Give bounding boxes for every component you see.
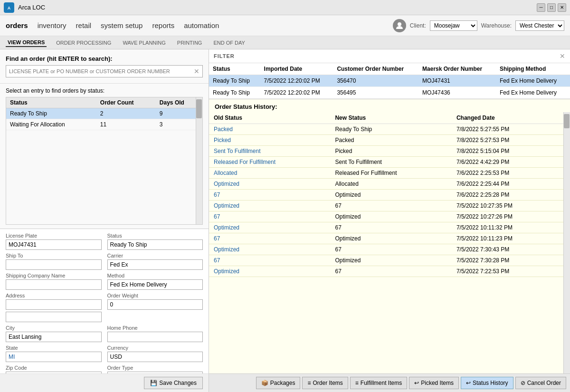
address-label: Address <box>6 293 102 298</box>
history-row: Allocated Released For Fulfillment 7/6/2… <box>209 168 563 179</box>
app-icon: A <box>4 2 14 13</box>
history-row: Optimized 67 7/5/2022 10:27:35 PM <box>209 201 563 211</box>
state-input[interactable] <box>6 352 102 362</box>
status-col-header: Status <box>6 97 96 108</box>
packages-button[interactable]: 📦 Packages <box>256 377 301 389</box>
fulfillment-items-button[interactable]: ≡ Fulfillment Items <box>350 377 407 389</box>
home-phone-field: Home Phone <box>107 325 203 342</box>
changed-date-cell: 7/5/2022 7:30:43 PM <box>452 244 563 255</box>
main-content: Find an order (hit ENTER to search): ✕ S… <box>0 49 570 392</box>
ship-to-label: Ship To <box>6 253 102 258</box>
nav-orders[interactable]: orders <box>6 21 28 29</box>
changed-date-cell: 7/8/2022 5:15:04 PM <box>452 146 563 157</box>
subnav-end-of-day[interactable]: END OF DAY <box>211 39 247 47</box>
history-row: 67 Optimized 7/5/2022 10:27:26 PM <box>209 211 563 222</box>
nav-inventory[interactable]: inventory <box>38 21 66 29</box>
picked-items-button[interactable]: ↩ Picked Items <box>409 377 459 389</box>
old-status-cell: Optimized <box>209 201 330 211</box>
maximize-button[interactable]: □ <box>547 3 556 12</box>
cancel-order-button[interactable]: ⊘ Cancel Order <box>515 377 566 389</box>
address-field: Address <box>6 293 102 322</box>
table-row[interactable]: Ready To Ship 2 9 <box>6 108 202 119</box>
carrier-input[interactable] <box>107 259 203 270</box>
address2-input[interactable] <box>6 312 102 322</box>
right-panel: FILTER ✕ Status Imported Date Customer O… <box>209 49 570 392</box>
status-input[interactable] <box>107 239 203 250</box>
new-status-cell: Sent To Fulfillment <box>330 157 451 168</box>
history-section: Order Status History: Old Status New Sta… <box>209 99 570 373</box>
city-field: City <box>6 325 102 342</box>
filter-row[interactable]: Ready To Ship 7/5/2022 12:20:02 PM 35649… <box>209 87 570 99</box>
new-status-header: New Status <box>330 112 451 124</box>
user-avatar[interactable] <box>393 19 406 32</box>
license-plate-label: License Plate <box>6 233 102 239</box>
old-status-cell: Picked <box>209 135 330 146</box>
history-row: Packed Ready To Ship 7/8/2022 5:27:55 PM <box>209 124 563 135</box>
zip-label: Zip Code <box>6 365 102 371</box>
picked-items-icon: ↩ <box>414 380 419 386</box>
license-plate-input[interactable] <box>6 239 102 250</box>
subnav-wave-planning[interactable]: WAVE PLANNING <box>121 39 167 47</box>
shipping-company-label: Shipping Company Name <box>6 273 102 278</box>
currency-field: Currency <box>107 345 203 362</box>
old-status-header: Old Status <box>209 112 330 124</box>
count-cell: 11 <box>96 119 156 130</box>
status-section: Select an entry to find orders by status… <box>0 84 209 229</box>
order-weight-input[interactable] <box>107 299 203 310</box>
minimize-button[interactable]: ─ <box>537 3 545 12</box>
new-status-cell: Picked <box>330 146 451 157</box>
new-status-cell: Allocated <box>330 179 451 190</box>
order-items-button[interactable]: ≡ Order Items <box>302 377 348 389</box>
order-type-field: Order Type <box>107 365 203 374</box>
packages-icon: 📦 <box>261 380 268 386</box>
subnav-view-orders[interactable]: VIEW ORDERS <box>6 38 47 47</box>
city-label: City <box>6 325 102 331</box>
currency-input[interactable] <box>107 352 203 362</box>
status-table-wrapper: Status Order Count Days Old Ready To Shi… <box>6 97 203 225</box>
new-status-cell: 67 <box>330 201 451 211</box>
shipping-company-input[interactable] <box>6 279 102 290</box>
order-items-label: Order Items <box>313 380 342 386</box>
search-clear-icon[interactable]: ✕ <box>194 67 200 75</box>
old-status-cell: Optimized <box>209 244 330 255</box>
table-row[interactable]: Waiting For Allocation 11 3 <box>6 119 202 130</box>
cancel-order-icon: ⊘ <box>521 380 525 386</box>
changed-date-cell: 7/5/2022 7:22:53 PM <box>452 266 563 277</box>
ship-to-field: Ship To <box>6 253 102 270</box>
nav-automation[interactable]: automation <box>184 21 219 29</box>
filter-customer-cell: 356470 <box>333 75 418 87</box>
ship-to-input[interactable] <box>6 259 102 270</box>
history-row: Released For Fulfillment Sent To Fulfill… <box>209 157 563 168</box>
nav-retail[interactable]: retail <box>76 21 92 29</box>
nav-reports[interactable]: reports <box>152 21 174 29</box>
status-cell: Ready To Ship <box>6 108 96 119</box>
method-input[interactable] <box>107 279 203 290</box>
svg-text:A: A <box>8 6 11 10</box>
city-input[interactable] <box>6 332 102 342</box>
filter-shipping-cell: Fed Ex Home Delivery <box>496 87 570 99</box>
warehouse-select[interactable]: West Chester <box>515 20 564 31</box>
close-button[interactable]: ✕ <box>558 3 566 12</box>
new-status-cell: 67 <box>330 244 451 255</box>
picked-items-label: Picked Items <box>421 380 454 386</box>
order-type-label: Order Type <box>107 365 203 371</box>
filter-row[interactable]: Ready To Ship 7/5/2022 12:20:02 PM 35647… <box>209 75 570 87</box>
search-input[interactable] <box>9 68 194 74</box>
history-row: 67 Optimized 7/5/2022 7:30:28 PM <box>209 255 563 266</box>
packages-label: Packages <box>270 380 295 386</box>
subnav-order-processing[interactable]: ORDER PROCESSING <box>54 39 113 47</box>
filter-maersk-cell: MOJ47436 <box>418 87 496 99</box>
new-status-cell: Optimized <box>330 190 451 201</box>
changed-date-cell: 7/5/2022 10:27:35 PM <box>452 201 563 211</box>
filter-shipping-header: Shipping Method <box>496 63 570 75</box>
save-changes-button[interactable]: 💾 Save Changes <box>144 377 203 389</box>
address-input[interactable] <box>6 299 102 310</box>
filter-close-icon[interactable]: ✕ <box>560 52 565 60</box>
status-history-button[interactable]: ↩ Status History <box>461 377 513 389</box>
subnav-printing[interactable]: PRINTING <box>175 39 204 47</box>
client-select[interactable]: Moosejaw <box>430 20 477 31</box>
nav-system-setup[interactable]: system setup <box>101 21 142 29</box>
changed-date-cell: 7/6/2022 4:42:29 PM <box>452 157 563 168</box>
old-status-cell: 67 <box>209 255 330 266</box>
home-phone-input[interactable] <box>107 332 203 342</box>
